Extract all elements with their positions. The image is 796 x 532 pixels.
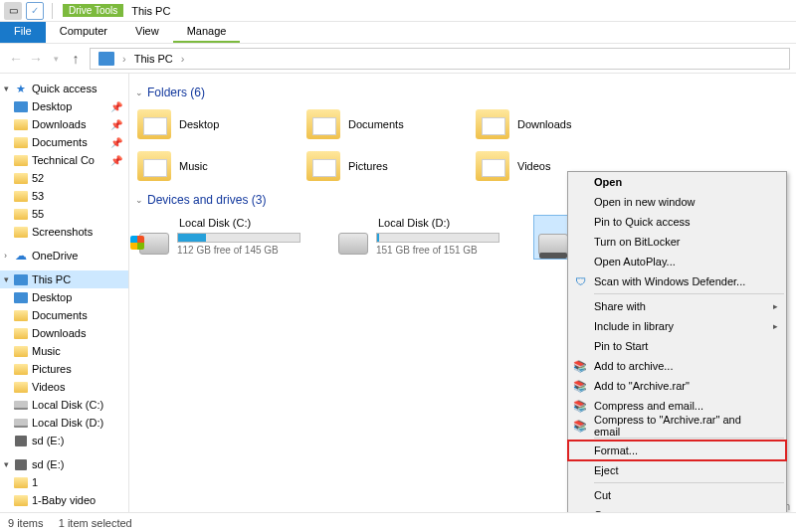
ribbon-tab-manage[interactable]: Manage — [173, 22, 241, 43]
ribbon-tab-view[interactable]: View — [121, 22, 173, 43]
folder-icon — [137, 109, 171, 139]
sidebar-item[interactable]: 53 — [0, 187, 128, 205]
menu-item[interactable]: Open — [568, 172, 786, 192]
chevron-down-icon: ⌄ — [135, 88, 143, 97]
ribbon-tab-computer[interactable]: Computer — [46, 22, 121, 43]
menu-item[interactable]: 📚Add to "Archive.rar" — [568, 376, 786, 396]
sidebar-item-label: Local Disk (C:) — [32, 399, 103, 411]
sidebar-item[interactable]: 1-Baby video — [0, 491, 128, 509]
nav-up-icon[interactable]: ↑ — [66, 49, 86, 69]
sidebar-item[interactable]: Screenshots — [0, 223, 128, 241]
sidebar-item[interactable]: 55 — [0, 205, 128, 223]
drive-icon — [14, 344, 28, 358]
folder-tile[interactable]: Downloads — [474, 107, 633, 141]
breadcrumb[interactable]: › This PC › — [90, 48, 790, 70]
sidebar-item[interactable]: Documents — [0, 306, 128, 324]
sidebar-item-label: 53 — [32, 190, 44, 202]
drive-icon — [14, 308, 28, 322]
chevron-right-icon[interactable]: › — [4, 251, 14, 261]
section-title: Folders (6) — [147, 86, 205, 99]
drive-icon — [14, 416, 28, 430]
sidebar-item[interactable]: Local Disk (D:) — [0, 414, 128, 432]
sidebar-quick-access[interactable]: ▾ ★ Quick access — [0, 80, 128, 97]
drive-usage-bar — [177, 233, 300, 243]
menu-item[interactable]: 📚Compress to "Archive.rar" and email — [568, 416, 786, 436]
menu-item-label: Format... — [594, 444, 638, 456]
menu-item[interactable]: Copy — [568, 505, 786, 512]
pin-icon: 📌 — [110, 155, 122, 166]
menu-item[interactable]: Share with▸ — [568, 296, 786, 316]
monitor-icon — [14, 272, 28, 286]
sidebar-sd-drive[interactable]: ▾ sd (E:) — [0, 455, 128, 473]
drive-icon — [139, 233, 169, 255]
sidebar-this-pc[interactable]: ▾ This PC — [0, 270, 128, 288]
menu-item-label: Compress to "Archive.rar" and email — [594, 414, 762, 438]
sidebar-item[interactable]: Documents📌 — [0, 133, 128, 151]
nav-forward-icon[interactable]: → — [26, 49, 46, 69]
menu-item[interactable]: Pin to Start — [568, 336, 786, 356]
sidebar-label: Quick access — [32, 83, 97, 94]
folder-tile[interactable]: Documents — [304, 107, 464, 141]
folder-tile[interactable]: Desktop — [135, 107, 295, 141]
menu-item[interactable]: 📚Add to archive... — [568, 356, 786, 376]
folder-icon — [306, 151, 340, 181]
folder-label: Desktop — [179, 118, 219, 130]
window-title: This PC — [131, 5, 170, 17]
sidebar-item[interactable]: Downloads — [0, 324, 128, 342]
breadcrumb-item[interactable]: This PC — [130, 53, 177, 65]
menu-separator — [594, 482, 784, 483]
menu-item[interactable]: Pin to Quick access — [568, 212, 786, 232]
ribbon-tab-file[interactable]: File — [0, 22, 46, 43]
sidebar-item[interactable]: Desktop📌 — [0, 97, 128, 115]
drive-icon — [14, 290, 28, 304]
sidebar-item[interactable]: Pictures — [0, 360, 128, 378]
sidebar-item[interactable]: sd (E:) — [0, 432, 128, 449]
sidebar-item[interactable]: Local Disk (C:) — [0, 396, 128, 414]
drive-name: Local Disk (C:) — [139, 217, 300, 229]
drive-icon — [14, 434, 28, 447]
drive-icon — [338, 233, 368, 255]
folder-tile[interactable]: Pictures — [304, 149, 464, 183]
drive-tile[interactable]: Local Disk (D:)151 GB free of 151 GB — [334, 215, 503, 260]
folder-icon — [14, 171, 28, 185]
menu-item[interactable]: Cut — [568, 485, 786, 505]
sidebar-item[interactable]: Videos — [0, 378, 128, 396]
menu-item[interactable]: Include in library▸ — [568, 316, 786, 336]
sidebar-label: OneDrive — [32, 250, 78, 262]
menu-item[interactable]: 🛡Scan with Windows Defender... — [568, 271, 786, 291]
drive-tile[interactable]: Local Disk (C:)112 GB free of 145 GB — [135, 215, 304, 260]
sidebar-item[interactable]: 1 — [0, 473, 128, 491]
nav-back-icon[interactable]: ← — [6, 49, 26, 69]
star-icon: ★ — [14, 82, 28, 95]
drive-icon — [14, 398, 28, 412]
menu-item[interactable]: Turn on BitLocker — [568, 232, 786, 252]
sidebar-item[interactable]: Technical Co📌 — [0, 151, 128, 169]
menu-item-label: Include in library — [594, 320, 674, 332]
quick-access-toolbar: ▭ ✓ Drive Tools — [4, 2, 123, 20]
menu-item-label: Cut — [594, 489, 611, 501]
menu-item[interactable]: Open AutoPlay... — [568, 252, 786, 271]
sidebar-item-label: Documents — [32, 309, 88, 321]
folder-tile[interactable]: Music — [135, 149, 295, 183]
chevron-down-icon[interactable]: ▾ — [4, 84, 14, 93]
drive-tools-label: Drive Tools — [63, 4, 123, 17]
menu-item[interactable]: 📚Compress and email... — [568, 396, 786, 416]
chevron-right-icon: ▸ — [773, 301, 778, 311]
folder-label: Documents — [348, 118, 404, 130]
drive-icon — [538, 234, 568, 256]
sidebar-onedrive[interactable]: › ☁ OneDrive — [0, 247, 128, 265]
nav-dropdown-icon[interactable]: ▾ — [46, 49, 66, 69]
qat-newfolder-icon[interactable]: ✓ — [26, 2, 44, 20]
sidebar-item[interactable]: Downloads📌 — [0, 115, 128, 133]
chevron-down-icon[interactable]: ▾ — [4, 459, 14, 469]
qat-properties-icon[interactable]: ▭ — [4, 2, 22, 20]
menu-item[interactable]: Open in new window — [568, 192, 786, 212]
menu-item[interactable]: Format... — [568, 441, 786, 460]
sidebar-item[interactable]: 52 — [0, 169, 128, 187]
menu-separator — [594, 293, 784, 294]
sidebar-item[interactable]: Desktop — [0, 288, 128, 306]
chevron-down-icon[interactable]: ▾ — [4, 274, 14, 284]
section-folders[interactable]: ⌄ Folders (6) — [135, 86, 790, 99]
menu-item[interactable]: Eject — [568, 460, 786, 480]
sidebar-item[interactable]: Music — [0, 342, 128, 360]
